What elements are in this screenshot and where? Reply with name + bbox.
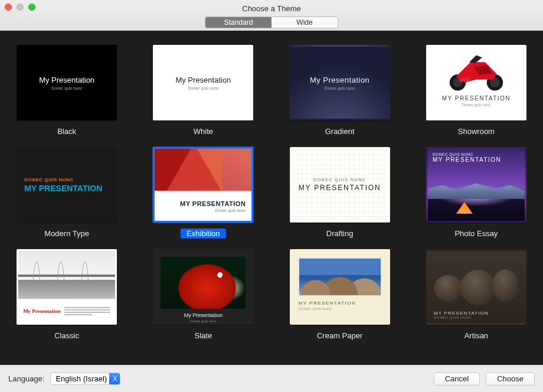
cancel-button[interactable]: Cancel [434, 373, 480, 386]
thumb-title: MY PRESENTATION [299, 300, 381, 306]
thumb-subtitle: DONEC QUIS NUNC [434, 316, 489, 319]
theme-exhibition[interactable]: MY PRESENTATION Donec quis nunc Exhibiti… [148, 147, 258, 239]
language-select[interactable]: English (Israel) [50, 373, 120, 385]
theme-thumbnail: My Presentation Donec quis nunc [290, 45, 390, 120]
thumb-title: MY PRESENTATION [433, 156, 501, 163]
theme-white[interactable]: My Presentation Donec quis nunc White [148, 45, 258, 136]
thumb-title: MY PRESENTATION [24, 184, 109, 193]
thumb-subtitle: DONEC QUIS NUNC [299, 307, 381, 311]
bridge-photo-icon [18, 251, 115, 299]
aspect-ratio-tabs: Standard Wide [205, 17, 338, 28]
thumb-title: MY PRESENTATION [180, 200, 246, 207]
choose-button[interactable]: Choose [486, 373, 535, 386]
theme-thumbnail: DONEC QUIS NUNC MY PRESENTATION [17, 147, 117, 223]
theme-label: Classic [48, 331, 85, 341]
theme-showroom[interactable]: MY PRESENTATION Donec quis nunc Showroom [421, 45, 531, 136]
theme-label: Slate [189, 331, 218, 341]
theme-slate[interactable]: My Presentation Donec quis nunc Slate [148, 249, 258, 341]
theme-label: Cream Paper [311, 331, 368, 341]
theme-label: Artisan [459, 331, 494, 341]
theme-label: Gradient [319, 126, 361, 136]
theme-artisan[interactable]: MY PRESENTATION DONEC QUIS NUNC Artisan [421, 249, 531, 341]
theme-label: Exhibition [181, 228, 225, 239]
theme-thumbnail: MY PRESENTATION Donec quis nunc [153, 147, 253, 223]
language-label: Language: [8, 374, 44, 383]
thumb-subtitle: Donec quis nunc [215, 208, 246, 213]
titlebar: Choose a Theme Standard Wide [0, 0, 543, 31]
window-title: Choose a Theme [242, 2, 301, 15]
thumb-title: My Presentation [310, 76, 369, 84]
thumb-subtitle: Donec quis nunc [155, 319, 251, 323]
thumb-subtitle: Donec quis nunc [188, 86, 218, 90]
theme-gradient[interactable]: My Presentation Donec quis nunc Gradient [285, 45, 395, 136]
tab-wide[interactable]: Wide [272, 17, 338, 28]
theme-label: White [188, 126, 219, 136]
theme-black[interactable]: My Presentation Donec quis nunc Black [12, 45, 122, 136]
theme-thumbnail: DONEC QUIS NUNC MY PRESENTATION [426, 147, 526, 223]
thumb-subtitle: Donec quis nunc [462, 103, 490, 107]
thumb-title: My Presentation [23, 308, 61, 314]
seascape-photo-icon [299, 258, 381, 296]
theme-thumbnail: My Presentation [17, 249, 117, 325]
parrot-photo-icon [161, 257, 246, 309]
thumb-subtitle: DONEC QUIS NUNC [313, 178, 366, 182]
thumb-title: MY PRESENTATION [299, 184, 381, 192]
theme-modern-type[interactable]: DONEC QUIS NUNC MY PRESENTATION Modern T… [12, 147, 122, 239]
theme-thumbnail: My Presentation Donec quis nunc [153, 45, 253, 120]
theme-label: Black [51, 126, 82, 136]
close-icon[interactable] [5, 4, 12, 11]
theme-thumbnail: MY PRESENTATION DONEC QUIS NUNC [290, 249, 390, 325]
theme-label: Showroom [452, 126, 501, 136]
theme-cream-paper[interactable]: MY PRESENTATION DONEC QUIS NUNC Cream Pa… [285, 249, 395, 341]
thumb-title: My Presentation [155, 311, 251, 319]
theme-thumbnail: My Presentation Donec quis nunc [17, 45, 117, 120]
thumb-title: My Presentation [175, 76, 231, 84]
thumb-subtitle: DONEC QUIS NUNC [433, 152, 501, 156]
theme-drafting[interactable]: DONEC QUIS NUNC MY PRESENTATION Drafting [285, 147, 395, 239]
theme-label: Drafting [320, 228, 359, 239]
thumb-title: MY PRESENTATION [442, 95, 511, 102]
maximize-icon[interactable] [28, 4, 35, 11]
thumb-title: MY PRESENTATION [434, 311, 489, 316]
tab-standard[interactable]: Standard [205, 17, 272, 28]
theme-thumbnail: DONEC QUIS NUNC MY PRESENTATION [290, 147, 390, 223]
text-lines-icon [64, 306, 110, 316]
abstract-art-icon [155, 149, 251, 191]
theme-thumbnail: My Presentation Donec quis nunc [153, 249, 253, 325]
theme-label: Modern Type [38, 228, 95, 239]
thumb-subtitle: DONEC QUIS NUNC [24, 177, 109, 182]
thumb-title: My Presentation [39, 76, 94, 84]
footer-bar: Language: English (Israel) Cancel Choose [0, 365, 543, 392]
theme-photo-essay[interactable]: DONEC QUIS NUNC MY PRESENTATION Photo Es… [421, 147, 531, 239]
thumb-subtitle: Donec quis nunc [325, 86, 355, 90]
theme-thumbnail: MY PRESENTATION DONEC QUIS NUNC [426, 249, 526, 325]
window-controls [5, 4, 35, 11]
thumb-subtitle: Donec quis nunc [51, 86, 82, 90]
theme-label: Photo Essay [449, 228, 503, 239]
motorcycle-icon [441, 50, 511, 92]
theme-gallery: My Presentation Donec quis nunc Black My… [0, 31, 543, 365]
minimize-icon [17, 4, 24, 11]
theme-thumbnail: MY PRESENTATION Donec quis nunc [426, 45, 526, 120]
theme-classic[interactable]: My Presentation Classic [12, 249, 122, 341]
